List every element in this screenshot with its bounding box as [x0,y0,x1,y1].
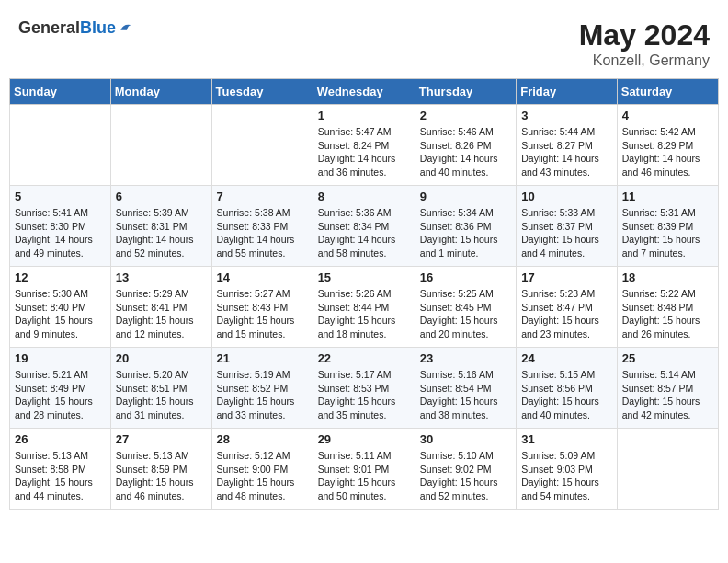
day-info: Sunrise: 5:47 AM Sunset: 8:24 PM Dayligh… [318,125,410,179]
day-info: Sunrise: 5:36 AM Sunset: 8:34 PM Dayligh… [318,206,410,260]
day-number: 30 [420,432,511,446]
calendar-cell: 19Sunrise: 5:21 AM Sunset: 8:49 PM Dayli… [10,348,111,429]
day-info: Sunrise: 5:29 AM Sunset: 8:41 PM Dayligh… [116,287,207,341]
page-header: GeneralBlue May 2024 Konzell, Germany [9,9,719,74]
weekday-header-row: SundayMondayTuesdayWednesdayThursdayFrid… [10,79,719,105]
day-info: Sunrise: 5:14 AM Sunset: 8:57 PM Dayligh… [622,368,713,422]
day-info: Sunrise: 5:46 AM Sunset: 8:26 PM Dayligh… [420,125,511,179]
day-number: 24 [521,351,612,365]
day-number: 19 [15,351,106,365]
day-number: 31 [521,432,612,446]
day-info: Sunrise: 5:13 AM Sunset: 8:59 PM Dayligh… [116,449,207,503]
day-number: 5 [15,190,106,203]
calendar-week-row: 1Sunrise: 5:47 AM Sunset: 8:24 PM Daylig… [10,105,719,186]
day-info: Sunrise: 5:21 AM Sunset: 8:49 PM Dayligh… [15,368,106,422]
calendar-cell [110,105,211,186]
day-number: 26 [15,432,106,446]
calendar-cell: 25Sunrise: 5:14 AM Sunset: 8:57 PM Dayli… [617,348,718,429]
calendar-cell: 27Sunrise: 5:13 AM Sunset: 8:59 PM Dayli… [110,429,211,510]
day-info: Sunrise: 5:23 AM Sunset: 8:47 PM Dayligh… [521,287,612,341]
day-info: Sunrise: 5:31 AM Sunset: 8:39 PM Dayligh… [622,206,713,260]
calendar-cell: 9Sunrise: 5:34 AM Sunset: 8:36 PM Daylig… [415,186,516,267]
calendar-cell: 21Sunrise: 5:19 AM Sunset: 8:52 PM Dayli… [211,348,313,429]
day-info: Sunrise: 5:22 AM Sunset: 8:48 PM Dayligh… [622,287,713,341]
day-number: 29 [318,432,410,446]
calendar-cell: 17Sunrise: 5:23 AM Sunset: 8:47 PM Dayli… [517,267,618,348]
day-number: 16 [420,270,511,284]
calendar-cell: 11Sunrise: 5:31 AM Sunset: 8:39 PM Dayli… [617,186,718,267]
location-label: Konzell, Germany [579,52,710,69]
day-number: 17 [521,270,612,284]
day-info: Sunrise: 5:19 AM Sunset: 8:52 PM Dayligh… [217,368,308,422]
day-info: Sunrise: 5:25 AM Sunset: 8:45 PM Dayligh… [420,287,511,341]
calendar-cell: 22Sunrise: 5:17 AM Sunset: 8:53 PM Dayli… [313,348,415,429]
calendar-cell: 20Sunrise: 5:20 AM Sunset: 8:51 PM Dayli… [110,348,211,429]
calendar-week-row: 26Sunrise: 5:13 AM Sunset: 8:58 PM Dayli… [10,429,719,510]
calendar-cell: 31Sunrise: 5:09 AM Sunset: 9:03 PM Dayli… [517,429,618,510]
day-number: 23 [420,351,511,365]
calendar-table: SundayMondayTuesdayWednesdayThursdayFrid… [9,78,719,510]
calendar-cell: 8Sunrise: 5:36 AM Sunset: 8:34 PM Daylig… [313,186,415,267]
calendar-cell: 7Sunrise: 5:38 AM Sunset: 8:33 PM Daylig… [211,186,313,267]
day-info: Sunrise: 5:20 AM Sunset: 8:51 PM Dayligh… [116,368,207,422]
calendar-cell [211,105,313,186]
weekday-header-monday: Monday [110,79,211,105]
calendar-cell: 5Sunrise: 5:41 AM Sunset: 8:30 PM Daylig… [10,186,111,267]
calendar-cell: 6Sunrise: 5:39 AM Sunset: 8:31 PM Daylig… [110,186,211,267]
day-number: 9 [420,190,511,203]
day-number: 15 [318,270,410,284]
calendar-week-row: 19Sunrise: 5:21 AM Sunset: 8:49 PM Dayli… [10,348,719,429]
day-info: Sunrise: 5:17 AM Sunset: 8:53 PM Dayligh… [318,368,410,422]
day-number: 4 [622,109,713,122]
title-block: May 2024 Konzell, Germany [579,18,710,69]
weekday-header-thursday: Thursday [415,79,516,105]
day-info: Sunrise: 5:30 AM Sunset: 8:40 PM Dayligh… [15,287,106,341]
logo-general: General [18,18,80,37]
calendar-cell: 24Sunrise: 5:15 AM Sunset: 8:56 PM Dayli… [517,348,618,429]
calendar-week-row: 12Sunrise: 5:30 AM Sunset: 8:40 PM Dayli… [10,267,719,348]
day-number: 25 [622,351,713,365]
calendar-cell: 12Sunrise: 5:30 AM Sunset: 8:40 PM Dayli… [10,267,111,348]
day-number: 10 [521,190,612,203]
day-number: 8 [318,190,410,203]
weekday-header-saturday: Saturday [617,79,718,105]
day-info: Sunrise: 5:13 AM Sunset: 8:58 PM Dayligh… [15,449,106,503]
day-number: 14 [217,270,308,284]
calendar-cell: 15Sunrise: 5:26 AM Sunset: 8:44 PM Dayli… [313,267,415,348]
day-number: 7 [217,190,308,203]
calendar-cell: 16Sunrise: 5:25 AM Sunset: 8:45 PM Dayli… [415,267,516,348]
day-number: 6 [116,190,207,203]
calendar-cell: 10Sunrise: 5:33 AM Sunset: 8:37 PM Dayli… [517,186,618,267]
day-number: 13 [116,270,207,284]
day-info: Sunrise: 5:09 AM Sunset: 9:03 PM Dayligh… [521,449,612,503]
day-info: Sunrise: 5:12 AM Sunset: 9:00 PM Dayligh… [217,449,308,503]
calendar-week-row: 5Sunrise: 5:41 AM Sunset: 8:30 PM Daylig… [10,186,719,267]
calendar-cell: 30Sunrise: 5:10 AM Sunset: 9:02 PM Dayli… [415,429,516,510]
day-info: Sunrise: 5:11 AM Sunset: 9:01 PM Dayligh… [318,449,410,503]
day-number: 1 [318,109,410,122]
calendar-cell: 4Sunrise: 5:42 AM Sunset: 8:29 PM Daylig… [617,105,718,186]
day-number: 20 [116,351,207,365]
weekday-header-tuesday: Tuesday [211,79,313,105]
day-info: Sunrise: 5:26 AM Sunset: 8:44 PM Dayligh… [318,287,410,341]
calendar-cell: 14Sunrise: 5:27 AM Sunset: 8:43 PM Dayli… [211,267,313,348]
day-number: 27 [116,432,207,446]
day-info: Sunrise: 5:42 AM Sunset: 8:29 PM Dayligh… [622,125,713,179]
day-number: 18 [622,270,713,284]
day-info: Sunrise: 5:33 AM Sunset: 8:37 PM Dayligh… [521,206,612,260]
day-info: Sunrise: 5:34 AM Sunset: 8:36 PM Dayligh… [420,206,511,260]
month-year-title: May 2024 [579,18,710,52]
day-number: 11 [622,190,713,203]
day-info: Sunrise: 5:27 AM Sunset: 8:43 PM Dayligh… [217,287,308,341]
day-info: Sunrise: 5:41 AM Sunset: 8:30 PM Dayligh… [15,206,106,260]
logo-icon [118,19,136,38]
calendar-cell: 28Sunrise: 5:12 AM Sunset: 9:00 PM Dayli… [211,429,313,510]
calendar-cell: 1Sunrise: 5:47 AM Sunset: 8:24 PM Daylig… [313,105,415,186]
calendar-cell: 3Sunrise: 5:44 AM Sunset: 8:27 PM Daylig… [517,105,618,186]
day-info: Sunrise: 5:38 AM Sunset: 8:33 PM Dayligh… [217,206,308,260]
calendar-cell: 26Sunrise: 5:13 AM Sunset: 8:58 PM Dayli… [10,429,111,510]
day-info: Sunrise: 5:15 AM Sunset: 8:56 PM Dayligh… [521,368,612,422]
day-number: 3 [521,109,612,122]
calendar-cell: 29Sunrise: 5:11 AM Sunset: 9:01 PM Dayli… [313,429,415,510]
calendar-cell [10,105,111,186]
